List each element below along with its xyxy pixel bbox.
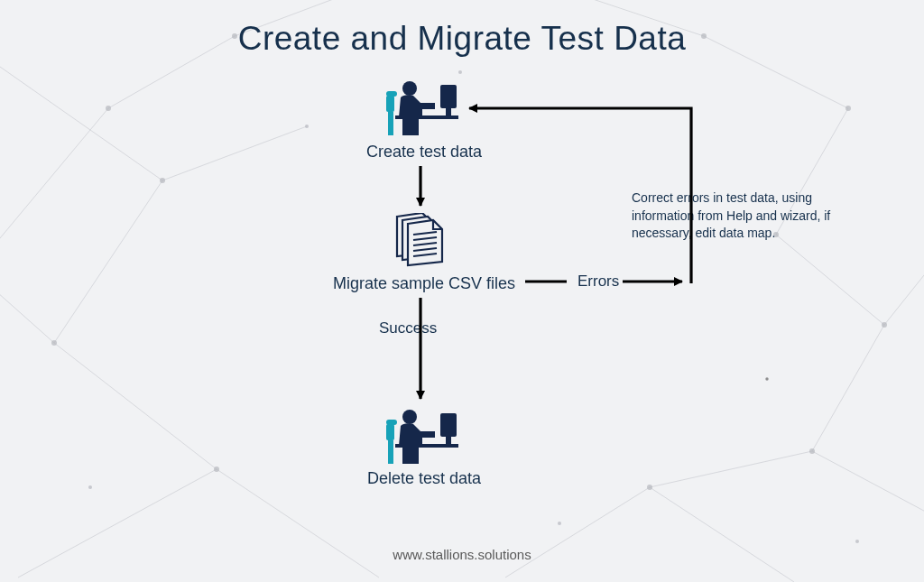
migrate-csv-label: Migrate sample CSV files bbox=[316, 274, 532, 293]
success-label: Success bbox=[379, 319, 437, 337]
svg-rect-44 bbox=[395, 115, 439, 119]
svg-rect-37 bbox=[386, 96, 394, 112]
svg-point-27 bbox=[809, 448, 815, 454]
svg-line-15 bbox=[776, 235, 884, 325]
svg-line-3 bbox=[0, 108, 108, 271]
delete-test-data-label: Delete test data bbox=[316, 469, 532, 488]
svg-rect-58 bbox=[411, 446, 419, 464]
svg-point-22 bbox=[106, 106, 111, 111]
svg-point-25 bbox=[214, 467, 219, 472]
svg-point-40 bbox=[402, 81, 417, 96]
footer-url: www.stallions.solutions bbox=[0, 547, 924, 562]
svg-point-28 bbox=[882, 322, 887, 328]
diagram-title: Create and Migrate Test Data bbox=[0, 20, 924, 58]
svg-line-12 bbox=[650, 451, 812, 487]
svg-point-56 bbox=[402, 410, 417, 424]
svg-point-35 bbox=[558, 522, 561, 525]
create-test-data-label: Create test data bbox=[316, 143, 532, 162]
svg-rect-63 bbox=[439, 444, 458, 448]
svg-point-34 bbox=[855, 540, 859, 543]
svg-line-11 bbox=[650, 487, 794, 582]
svg-rect-38 bbox=[388, 112, 393, 135]
svg-line-7 bbox=[54, 343, 217, 469]
svg-line-6 bbox=[162, 126, 307, 180]
svg-rect-45 bbox=[440, 85, 457, 108]
errors-label: Errors bbox=[578, 273, 619, 291]
svg-line-0 bbox=[0, 54, 162, 180]
svg-point-26 bbox=[647, 485, 652, 490]
svg-line-14 bbox=[812, 325, 884, 451]
svg-point-20 bbox=[160, 178, 165, 183]
svg-line-10 bbox=[505, 487, 650, 577]
svg-rect-42 bbox=[411, 117, 419, 135]
svg-point-30 bbox=[845, 106, 851, 111]
svg-rect-55 bbox=[386, 420, 397, 425]
create-test-data-icon bbox=[386, 78, 458, 135]
svg-rect-54 bbox=[388, 440, 393, 464]
svg-rect-61 bbox=[440, 413, 457, 437]
svg-rect-41 bbox=[402, 117, 411, 135]
svg-line-16 bbox=[884, 235, 924, 325]
svg-point-21 bbox=[51, 340, 57, 346]
svg-point-24 bbox=[305, 125, 309, 128]
svg-point-33 bbox=[88, 485, 92, 489]
svg-rect-43 bbox=[417, 103, 435, 109]
svg-line-1 bbox=[54, 180, 162, 343]
svg-line-2 bbox=[0, 271, 54, 343]
svg-rect-53 bbox=[386, 424, 394, 440]
svg-point-32 bbox=[458, 70, 462, 74]
svg-rect-57 bbox=[402, 446, 411, 464]
delete-test-data-icon bbox=[386, 406, 458, 464]
svg-rect-59 bbox=[417, 431, 435, 438]
csv-files-icon bbox=[392, 213, 449, 269]
svg-line-13 bbox=[812, 451, 924, 523]
error-annotation: Correct errors in test data, using infor… bbox=[632, 189, 866, 243]
svg-rect-47 bbox=[439, 115, 458, 119]
svg-point-36 bbox=[765, 377, 768, 380]
svg-rect-39 bbox=[386, 91, 397, 97]
svg-rect-60 bbox=[395, 444, 439, 448]
